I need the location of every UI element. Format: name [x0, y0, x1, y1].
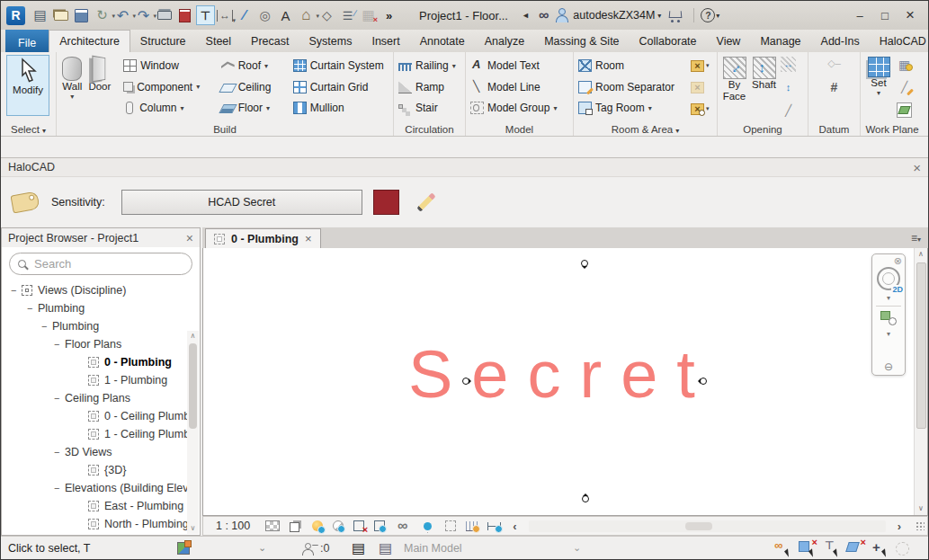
worksets-dialog-icon[interactable]: ▤ — [352, 537, 365, 559]
transfer-icon[interactable] — [175, 5, 194, 25]
tree-item[interactable]: Views (Discipline) — [2, 281, 200, 299]
ribbon-small-button[interactable]: Component▾ — [121, 77, 219, 97]
close-button[interactable]: × — [898, 4, 923, 26]
shaft-button[interactable]: Shaft — [749, 55, 779, 91]
ribbon-tab[interactable]: Analyze — [475, 30, 534, 52]
tree-item[interactable]: 0 - Ceiling Plumbi — [2, 407, 200, 425]
horizontal-scrollbar[interactable] — [529, 520, 886, 532]
vertical-opening-icon[interactable] — [781, 80, 796, 95]
scroll-thumb[interactable] — [916, 262, 926, 429]
ribbon-tab[interactable]: Precast — [241, 30, 299, 52]
ribbon-small-button[interactable]: Model Group▾ — [468, 98, 571, 118]
status-dropdown-icon[interactable]: ⌄ — [258, 537, 266, 559]
elevation-marker-south[interactable] — [582, 495, 589, 502]
ribbon-small-button[interactable]: Mullion▾ — [290, 98, 391, 118]
ribbon-tab[interactable]: Structure — [130, 30, 196, 52]
ribbon-tab[interactable]: Manage — [750, 30, 810, 52]
worksets-icon[interactable] — [301, 540, 317, 556]
area-button[interactable]: ▾ — [691, 57, 710, 75]
tag-icon[interactable] — [255, 5, 274, 25]
ribbon-small-button[interactable]: Room Separator▾ — [576, 77, 689, 97]
scroll-thumb[interactable] — [685, 522, 712, 530]
scroll-down-icon[interactable]: ∨ — [918, 502, 924, 515]
tree-item[interactable]: 1 - Plumbing — [2, 371, 200, 389]
scroll-down-icon[interactable]: ∨ — [191, 523, 196, 534]
project-browser-header[interactable]: Project Browser - Project1 × — [2, 228, 200, 247]
select-underlay-icon[interactable]: × — [799, 540, 817, 556]
view-tab-active[interactable]: 0 - Plumbing × — [205, 228, 321, 248]
home-icon[interactable] — [297, 5, 316, 25]
model-panel-label[interactable]: Model — [466, 124, 573, 135]
ribbon-tab[interactable]: Massing & Site — [534, 30, 629, 52]
build-panel-label[interactable]: Build — [57, 124, 393, 135]
wall-opening-icon[interactable] — [781, 57, 796, 72]
ribbon-small-button[interactable]: Curtain System▾ — [290, 56, 391, 76]
search-input[interactable] — [32, 256, 183, 271]
browser-scrollbar[interactable]: ∧ ∨ — [187, 331, 199, 534]
ribbon-tab[interactable]: Architecture — [49, 30, 130, 52]
collapse-icon[interactable] — [27, 303, 38, 314]
default-3d-view-icon[interactable] — [317, 5, 336, 25]
collapse-icon[interactable] — [54, 339, 65, 350]
ribbon-tab[interactable]: Insert — [362, 30, 409, 52]
temporary-hide-icon[interactable] — [420, 520, 435, 533]
elevation-marker-north[interactable] — [581, 260, 588, 267]
edit-pencil-icon[interactable] — [414, 189, 441, 216]
circulation-panel-label[interactable]: Circulation — [394, 124, 465, 135]
tree-item[interactable]: Plumbing — [2, 317, 200, 335]
detail-level-icon[interactable] — [265, 520, 280, 531]
zoom-tool-icon[interactable] — [880, 310, 898, 326]
print-icon[interactable] — [155, 5, 174, 25]
select-pinned-icon[interactable] — [823, 540, 841, 556]
tree-item[interactable]: Floor Plans — [2, 335, 200, 353]
redo-icon[interactable] — [134, 5, 153, 25]
work-plane-panel-label[interactable]: Work Plane — [861, 124, 924, 135]
reveal-constraints-icon[interactable] — [466, 521, 478, 531]
shadows-icon[interactable] — [333, 520, 344, 531]
tree-item[interactable]: Elevations (Building Elev — [2, 479, 200, 497]
ribbon-tab[interactable]: Annotate — [410, 30, 475, 52]
user-dropdown-icon[interactable]: ▾ — [657, 12, 661, 20]
reveal-hidden-icon[interactable] — [395, 520, 410, 533]
measure-pin-icon[interactable] — [196, 5, 215, 25]
resize-grip[interactable] — [916, 521, 925, 530]
modify-button[interactable]: Modify — [6, 55, 49, 116]
steering-wheel-icon[interactable]: 2D — [877, 267, 900, 290]
scroll-thumb[interactable] — [189, 343, 197, 429]
help-icon[interactable]: ? — [701, 8, 715, 22]
sun-path-icon[interactable] — [312, 520, 323, 531]
tab-file[interactable]: File — [5, 30, 49, 52]
ribbon-tab[interactable]: HaloCAD — [870, 30, 929, 52]
navbar-close-icon[interactable]: ⊗ — [894, 256, 902, 266]
scroll-up-icon[interactable]: ∧ — [918, 248, 924, 261]
area-boundary-button[interactable] — [691, 78, 710, 96]
store-cart-icon[interactable] — [667, 8, 683, 22]
crop-view-icon[interactable] — [353, 520, 364, 531]
wall-button[interactable]: Wall ▾ — [59, 55, 85, 101]
collapse-icon[interactable] — [41, 321, 52, 332]
ribbon-small-button[interactable]: Ramp▾ — [396, 77, 463, 97]
ribbon-small-button[interactable]: Column▾ — [121, 98, 219, 118]
set-work-plane-button[interactable]: Set ▾ — [862, 55, 895, 97]
scale-control[interactable]: 1 : 100 — [216, 520, 250, 532]
sync-icon[interactable] — [93, 5, 112, 25]
halocad-close-icon[interactable]: × — [913, 160, 921, 175]
help-dropdown-icon[interactable]: ▾ — [716, 12, 719, 20]
qat-expand-icon[interactable] — [380, 5, 398, 25]
crop-region-icon[interactable] — [374, 520, 385, 531]
save-icon[interactable] — [72, 5, 91, 25]
ribbon-tab[interactable]: Collaborate — [630, 30, 707, 52]
tree-item[interactable]: 1 - Ceiling Plumbi — [2, 425, 200, 443]
hscroll-right-icon[interactable]: › — [894, 520, 905, 533]
ribbon-tab[interactable]: Steel — [196, 30, 242, 52]
drag-on-selection-icon[interactable] — [871, 540, 889, 556]
text-icon[interactable] — [276, 5, 295, 25]
ribbon-small-button[interactable]: Tag Room▾ — [576, 98, 689, 118]
select-by-face-icon[interactable]: × — [847, 540, 865, 556]
drawing-area[interactable]: Secret ⊗ 2D ▾ ▾ ⊖ ∧ — [202, 248, 928, 516]
open-icon[interactable] — [51, 5, 70, 25]
design-option-dropdown-icon[interactable]: ⌄ — [573, 537, 581, 559]
dimension-icon[interactable] — [217, 10, 233, 22]
grid-icon[interactable] — [826, 79, 842, 94]
collapse-icon[interactable] — [54, 483, 65, 493]
